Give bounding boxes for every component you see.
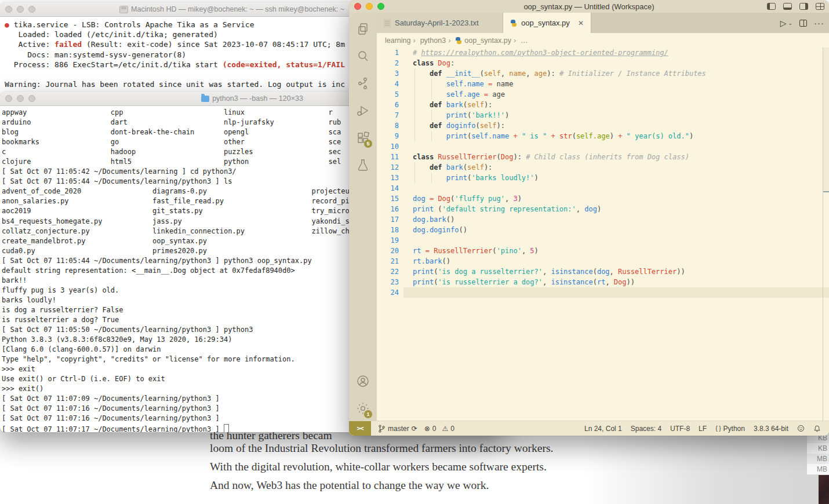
explorer-icon[interactable]	[353, 17, 373, 41]
settings-gear-icon[interactable]: 1	[353, 397, 373, 420]
toggle-secondary-sidebar-icon[interactable]	[799, 3, 808, 10]
code-line: 18dog.doginfo()	[377, 225, 829, 235]
code-line: 12 def bark(self):	[377, 162, 829, 173]
code-line: 15dog = Dog('fluffy pug', 3)	[377, 193, 829, 204]
source-control-icon[interactable]	[353, 72, 373, 95]
code-line: 1# https://realpython.com/python3-object…	[377, 48, 829, 58]
code-line: 6 def bark(self):	[377, 100, 829, 110]
account-icon[interactable]	[353, 370, 373, 393]
zoom-button[interactable]	[28, 95, 35, 102]
tab-bar: Saturday-April-1-2023.txt oop_syntax.py …	[377, 13, 829, 33]
line-number: 15	[377, 193, 399, 204]
sync-icon[interactable]: ⟳	[412, 425, 417, 433]
eol-item[interactable]: LF	[699, 425, 707, 433]
code-line: 3 def __init__(self, name, age): # Initi…	[377, 68, 829, 79]
close-button[interactable]	[354, 3, 361, 10]
zoom-button[interactable]	[28, 6, 35, 13]
close-tab-icon[interactable]: ✕	[578, 19, 584, 27]
search-icon[interactable]	[353, 45, 373, 68]
language-icon: { }	[715, 425, 721, 432]
remote-indicator[interactable]: ><	[349, 421, 371, 436]
close-button[interactable]	[5, 6, 12, 13]
line-number: 4	[377, 79, 399, 89]
run-python-file-icon[interactable]: ▷	[780, 19, 787, 28]
testing-icon[interactable]	[353, 154, 373, 177]
more-actions-icon[interactable]: ···	[814, 18, 824, 28]
disk-icon	[119, 6, 128, 13]
line-number: 24	[377, 287, 399, 298]
code-line: 2class Dog:	[377, 58, 829, 68]
code-line: 14	[377, 183, 829, 193]
run-dropdown-icon[interactable]: ⌄	[788, 20, 792, 26]
tab-saturday-april-1-2023[interactable]: Saturday-April-1-2023.txt	[377, 13, 503, 33]
zoom-button[interactable]	[377, 3, 384, 10]
code-line: 20rt = RussellTerrier('pino', 5)	[377, 246, 829, 256]
customize-layout-icon[interactable]	[816, 3, 824, 10]
line-number: 22	[377, 266, 399, 277]
line-number: 9	[377, 131, 399, 141]
code-line: 13 print('barks loudly!')	[377, 173, 829, 183]
vscode-titlebar[interactable]: oop_syntax.py — Untitled (Workspace)	[349, 0, 829, 13]
window-title: oop_syntax.py — Untitled (Workspace)	[349, 2, 829, 11]
language-mode-item[interactable]: { } Python	[715, 425, 745, 433]
indentation-item[interactable]: Spaces: 4	[631, 425, 661, 433]
encoding-item[interactable]: UTF-8	[670, 425, 690, 433]
line-number: 11	[377, 152, 399, 162]
window-shadow-gradient	[586, 436, 829, 504]
python-icon	[510, 20, 517, 27]
scrollbar-thumb[interactable]	[823, 48, 829, 192]
split-editor-icon[interactable]	[799, 20, 807, 27]
line-number: 21	[377, 256, 399, 266]
breadcrumb-item[interactable]: oop_syntax.py	[448, 36, 511, 45]
breadcrumb-item[interactable]: python3	[413, 36, 446, 45]
git-branch-item[interactable]: master ⟳	[378, 425, 417, 433]
line-number: 10	[377, 141, 399, 152]
python-version-item[interactable]: 3.8.3 64-bit	[754, 425, 788, 433]
breadcrumb-item[interactable]: learning	[385, 36, 410, 45]
extensions-icon[interactable]: 5	[353, 126, 373, 149]
editor-scrollbar[interactable]	[823, 48, 829, 421]
code-line: 24	[377, 287, 829, 298]
minimize-button[interactable]	[366, 3, 373, 10]
line-number: 6	[377, 100, 399, 110]
code-line: 10	[377, 141, 829, 152]
code-line: 9 print(self.name + " is " + str(self.ag…	[377, 131, 829, 141]
desktop: the hunter gatherers becam loom of the I…	[0, 0, 829, 504]
toggle-panel-icon[interactable]	[783, 3, 792, 10]
minimize-button[interactable]	[17, 95, 24, 102]
code-editor[interactable]: 1# https://realpython.com/python3-object…	[377, 48, 829, 421]
extensions-badge: 5	[364, 140, 372, 148]
document-text-line: And now, Web3 has the potential to chang…	[210, 479, 489, 492]
code-line: 22print('is dog a russelterrier?', isins…	[377, 266, 829, 277]
code-line: 11class RussellTerrier(Dog): # Child cla…	[377, 152, 829, 162]
breadcrumb-item[interactable]: …	[514, 36, 528, 45]
tab-oop-syntax-py[interactable]: oop_syntax.py ✕	[503, 13, 591, 33]
file-size-fragment: MB	[807, 454, 829, 464]
line-number: 2	[377, 58, 399, 68]
code-line: 16print ('default string representation:…	[377, 204, 829, 214]
line-number: 16	[377, 204, 399, 214]
line-number: 18	[377, 225, 399, 235]
problems-item[interactable]: ⊗0 ⚠0	[424, 425, 455, 433]
run-debug-icon[interactable]	[353, 99, 373, 122]
document-text-line: loom of the Industrial Revolution transf…	[210, 442, 553, 455]
line-number: 8	[377, 120, 399, 131]
toggle-sidebar-icon[interactable]	[767, 3, 776, 10]
close-button[interactable]	[5, 95, 12, 102]
notifications-bell-icon[interactable]	[813, 425, 821, 433]
line-number: 13	[377, 173, 399, 183]
line-number: 19	[377, 235, 399, 246]
feedback-icon[interactable]	[797, 425, 805, 432]
minimize-button[interactable]	[17, 6, 24, 13]
cursor-position-item[interactable]: Ln 24, Col 1	[584, 425, 622, 433]
code-line: 17dog.bark()	[377, 214, 829, 225]
line-number: 12	[377, 162, 399, 173]
folder-icon	[201, 96, 209, 102]
line-number: 5	[377, 89, 399, 100]
line-number: 3	[377, 68, 399, 79]
file-size-fragment: MB	[807, 464, 829, 474]
text-file-icon	[384, 19, 391, 27]
code-line: 21rt.bark()	[377, 256, 829, 266]
settings-badge: 1	[364, 410, 372, 418]
warnings-icon: ⚠	[442, 425, 449, 433]
